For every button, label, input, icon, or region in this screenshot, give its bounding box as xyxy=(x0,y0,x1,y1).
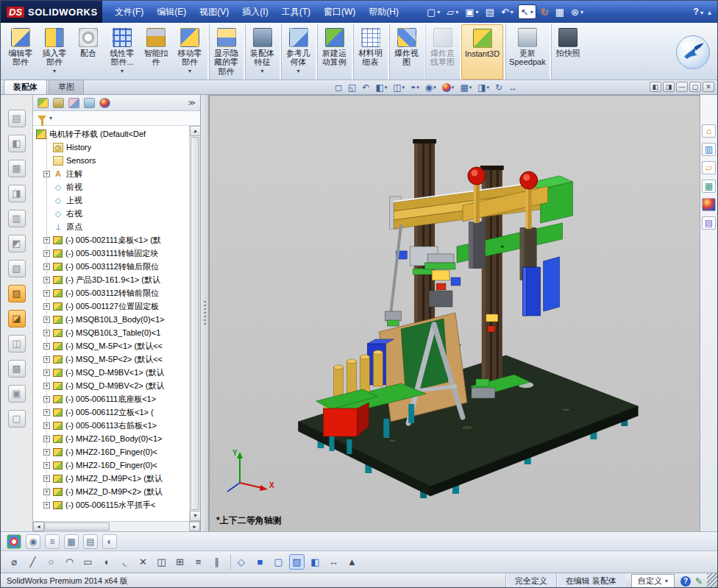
reference-geometry-button[interactable]: 参考几 何体 xyxy=(281,24,315,79)
tree-item[interactable]: + (-) MHZ2-16D_Finger(0)< xyxy=(40,445,200,458)
appearances-tab[interactable] xyxy=(702,198,716,211)
expand-toggle[interactable]: + xyxy=(43,369,50,376)
rectangle-button[interactable]: ▭ xyxy=(80,554,96,570)
options-button[interactable]: ⊛ xyxy=(569,4,586,19)
pane-right-button[interactable]: ◨ xyxy=(663,82,675,92)
tree-item[interactable]: + (-) 产品3D-161.9<1> (默认 xyxy=(40,273,200,286)
apply-scene-button[interactable]: ▦ xyxy=(458,81,473,93)
tree-vertical-scrollbar[interactable]: ▲ ▼ xyxy=(189,126,200,521)
planes-display-button[interactable]: ▤ xyxy=(83,534,98,549)
tree-item[interactable]: Sensors xyxy=(40,154,200,167)
tree-item[interactable]: + (-) MSQ_M-5P<1> (默认<< xyxy=(40,339,200,353)
tree-item[interactable]: + (-) 005-002111桌板<1> (默 xyxy=(40,233,200,247)
expand-toggle[interactable]: + xyxy=(43,422,50,429)
expand-toggle[interactable]: + xyxy=(43,263,50,270)
tree-item[interactable]: + (-) MSQB10L3_Body(0)<1> xyxy=(40,313,200,326)
expand-toggle[interactable]: + xyxy=(43,436,50,442)
model-sensor-yellow[interactable] xyxy=(486,314,498,322)
scroll-right-icon[interactable]: ► xyxy=(189,522,200,531)
help-icon[interactable]: ? xyxy=(694,7,703,17)
arc-button[interactable]: ◠ xyxy=(62,554,77,570)
pan-button[interactable]: ↔ xyxy=(507,81,519,93)
assembly-3d-model[interactable] xyxy=(209,95,700,531)
collapse-menubar-icon[interactable]: ▴ xyxy=(708,8,711,16)
circle-button[interactable]: ○ xyxy=(43,554,59,570)
tree-item[interactable]: + (-) MSQ_M-5P<2> (默认<< xyxy=(40,353,200,366)
expand-toggle[interactable]: + xyxy=(43,396,50,403)
tree-item[interactable]: + (-) 005-006113右筋板<1> xyxy=(40,419,200,432)
trim-button[interactable]: ✕ xyxy=(135,554,151,570)
move-component-button[interactable]: 移动零 部件 xyxy=(173,24,207,79)
menu-item[interactable]: 帮助(H) xyxy=(362,1,405,23)
file-explorer-tab[interactable]: ▱ xyxy=(702,161,716,174)
scrollbar-thumb[interactable] xyxy=(44,523,110,531)
expand-toggle[interactable]: + xyxy=(43,462,50,469)
isometric-view-button[interactable]: ◇ xyxy=(230,554,249,570)
shaded-display-button[interactable]: ■ xyxy=(252,554,268,570)
open-button[interactable]: ▱ xyxy=(444,4,461,19)
tab-assembly[interactable]: 装配体 xyxy=(4,79,47,94)
model-sensor-red[interactable] xyxy=(488,326,495,332)
mirror-button[interactable]: ◫ xyxy=(154,554,169,570)
expand-toggle[interactable]: + xyxy=(43,250,50,257)
fillet-button[interactable]: ◟ xyxy=(117,554,132,570)
wireframe-display-button[interactable]: ▢ xyxy=(271,554,286,570)
assembly-features-button[interactable]: 装配体 特征 xyxy=(245,24,279,79)
tree-item[interactable]: 原点 xyxy=(40,220,200,233)
expand-toggle[interactable]: + xyxy=(43,502,50,509)
tree-item[interactable]: 上视 xyxy=(40,194,200,207)
menu-item[interactable]: 编辑(E) xyxy=(150,1,193,23)
close-button[interactable]: ✕ xyxy=(703,82,714,92)
print-button[interactable]: ▤ xyxy=(483,4,497,19)
configurationmanager-tab[interactable] xyxy=(68,98,79,108)
tree-item[interactable]: + (-) 005-003111转轴固定块 xyxy=(40,247,200,260)
pane-left-button[interactable]: ◧ xyxy=(650,82,661,92)
linear-component-pattern-button[interactable]: 线性零 部件... xyxy=(105,24,139,79)
filter-dropdown-icon[interactable]: ▾ xyxy=(49,115,52,121)
new-motion-study-button[interactable]: 新建运 动算例 xyxy=(317,24,351,79)
dock-tool-button-12[interactable]: ▣ xyxy=(8,385,26,403)
custom-properties-tab[interactable]: ▤ xyxy=(702,216,716,230)
file-properties-button[interactable]: ▦ xyxy=(553,4,566,19)
scrollbar-track[interactable] xyxy=(44,522,189,531)
ellipse-button[interactable]: ◖ xyxy=(99,554,114,570)
edit-component-button[interactable]: 编辑零 部件 xyxy=(4,24,38,79)
exploded-view-button[interactable]: 爆炸视 图 xyxy=(389,24,423,79)
menu-item[interactable]: 工具(T) xyxy=(275,1,317,23)
menu-item[interactable]: 文件(F) xyxy=(108,1,150,23)
dock-tool-button-6[interactable]: ◩ xyxy=(8,235,26,252)
hide-show-items-button[interactable]: ◉ xyxy=(424,81,438,93)
minimize-button[interactable]: — xyxy=(676,82,688,92)
dock-tool-button-2[interactable]: ◧ xyxy=(8,135,26,152)
graphics-viewport[interactable]: Y X *上下二等角轴测 xyxy=(209,95,700,531)
view-palette-tab[interactable]: ▦ xyxy=(702,180,716,193)
menu-item[interactable]: 视图(V) xyxy=(193,1,235,23)
tree-root-item[interactable]: 电机转子移载 (Default<Def xyxy=(33,127,200,141)
dock-tool-button-5[interactable]: ▥ xyxy=(8,210,26,227)
dock-tool-button-4[interactable]: ◨ xyxy=(8,185,26,202)
view-settings-button[interactable]: ◨ xyxy=(476,81,491,93)
smart-fasteners-button[interactable]: 智能扣 件 xyxy=(139,24,173,79)
displaymanager-tab[interactable] xyxy=(99,98,110,108)
scrollbar-thumb[interactable] xyxy=(191,137,199,510)
dock-tool-button-10[interactable]: ◫ xyxy=(8,335,26,353)
expand-toggle[interactable]: + xyxy=(43,303,50,310)
tree-item[interactable]: + 注解 xyxy=(40,167,200,180)
tab-sketch[interactable]: 草图 xyxy=(49,79,84,94)
selection-filter-button[interactable]: ≡ xyxy=(45,534,60,549)
tree-item[interactable]: + (-) MSQ_D-M9BV<2> (默认 xyxy=(40,379,200,392)
section-display-button[interactable]: ◧ xyxy=(308,554,323,570)
select-button[interactable]: ↖ xyxy=(518,4,536,19)
filter-funnel-icon[interactable] xyxy=(38,116,46,121)
mate-button[interactable]: 配合 xyxy=(71,24,105,79)
expand-toggle[interactable]: + xyxy=(43,489,50,495)
expand-toggle[interactable]: + xyxy=(43,171,50,177)
expand-toggle[interactable]: + xyxy=(43,290,50,297)
tree-item[interactable]: + (-) MHZ2-16D_Finger(0)< xyxy=(40,458,200,472)
convert-entities-button[interactable]: ∥ xyxy=(209,554,224,570)
hidden-lines-display-button[interactable]: ▨ xyxy=(289,554,305,570)
expand-toggle[interactable]: + xyxy=(43,237,50,244)
dimxpertmanager-tab[interactable] xyxy=(84,98,95,108)
rotate-view-button[interactable]: ↻ xyxy=(494,81,504,93)
zoom-fit-button[interactable]: ◻ xyxy=(333,81,344,93)
